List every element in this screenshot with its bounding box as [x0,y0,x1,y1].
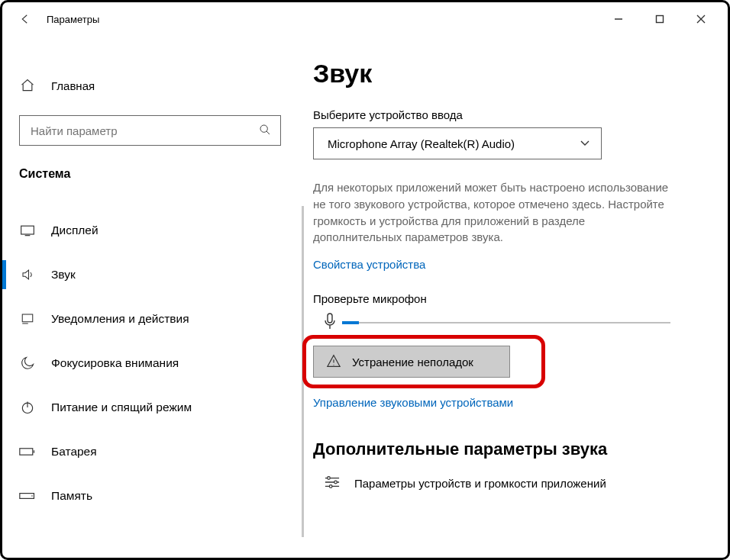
svg-point-9 [334,481,338,484]
svg-rect-2 [21,226,34,234]
search-icon [259,124,271,138]
minimize-button[interactable] [598,5,639,34]
sidebar-item-label: Уведомления и действия [51,312,189,326]
input-device-description: Для некоторых приложений может быть наст… [313,179,672,246]
svg-rect-7 [328,314,332,323]
page-title: Звук [313,59,712,89]
sidebar-item-label: Память [51,489,92,503]
sidebar: Главная Система Дисплей Звук Уведомления… [2,36,304,558]
titlebar: Параметры [2,2,728,36]
test-mic-label: Проверьте микрофон [313,292,712,305]
sidebar-home-label: Главная [51,79,95,92]
sidebar-item-focus[interactable]: Фокусировка внимания [2,341,304,385]
device-properties-link[interactable]: Свойства устройства [313,258,425,271]
mic-level-row [313,313,712,332]
input-device-dropdown[interactable]: Microphone Array (Realtek(R) Audio) [313,127,602,159]
sidebar-item-display[interactable]: Дисплей [2,208,304,253]
sidebar-item-battery[interactable]: Батарея [2,430,304,474]
manage-devices-link[interactable]: Управление звуковыми устройствами [313,396,513,409]
window-title: Параметры [47,14,99,25]
mic-level-value [342,321,359,324]
search-box[interactable] [19,115,281,146]
back-button[interactable] [15,8,36,30]
power-icon [19,399,36,416]
close-button[interactable] [680,5,722,34]
sidebar-home[interactable]: Главная [2,69,304,101]
svg-rect-5 [20,449,33,455]
sidebar-item-label: Фокусировка внимания [51,356,179,370]
focus-icon [19,355,36,372]
sidebar-item-label: Звук [51,268,76,282]
nav-list: Дисплей Звук Уведомления и действия Фоку… [2,208,304,518]
sidebar-item-storage[interactable]: Память [2,474,304,518]
battery-icon [19,443,36,460]
sound-icon [19,266,36,283]
svg-point-1 [260,125,267,132]
microphone-icon [324,313,336,332]
svg-rect-3 [22,314,33,322]
maximize-button[interactable] [639,5,680,34]
svg-rect-0 [657,16,664,23]
warning-icon [326,354,341,370]
notifications-icon [19,311,36,327]
svg-point-10 [329,485,332,488]
content-area: Звук Выберите устройство ввода Microphon… [304,36,728,558]
sidebar-item-power[interactable]: Питание и спящий режим [2,385,304,430]
advanced-heading: Дополнительные параметры звука [313,439,712,459]
sidebar-section-label: Система [2,152,304,188]
troubleshoot-button[interactable]: Устранение неполадок [313,346,510,378]
advanced-app-volume[interactable]: Параметры устройств и громкости приложен… [313,475,712,492]
window-controls [598,5,722,34]
svg-point-8 [328,477,331,480]
sidebar-item-label: Дисплей [51,224,99,237]
troubleshoot-label: Устранение неполадок [352,356,473,369]
sliders-icon [324,475,341,492]
sidebar-item-notifications[interactable]: Уведомления и действия [2,297,304,341]
input-device-label: Выберите устройство ввода [313,108,712,121]
search-input[interactable] [29,124,259,138]
sidebar-item-label: Питание и спящий режим [51,401,192,414]
home-icon [19,77,36,94]
sidebar-item-sound[interactable]: Звук [2,253,304,297]
display-icon [19,222,36,239]
input-device-value: Microphone Array (Realtek(R) Audio) [328,137,515,150]
sidebar-item-label: Батарея [51,445,97,459]
chevron-down-icon [580,137,590,150]
mic-level-bar [342,322,670,323]
storage-icon [19,488,36,504]
advanced-item-label: Параметры устройств и громкости приложен… [354,477,606,490]
